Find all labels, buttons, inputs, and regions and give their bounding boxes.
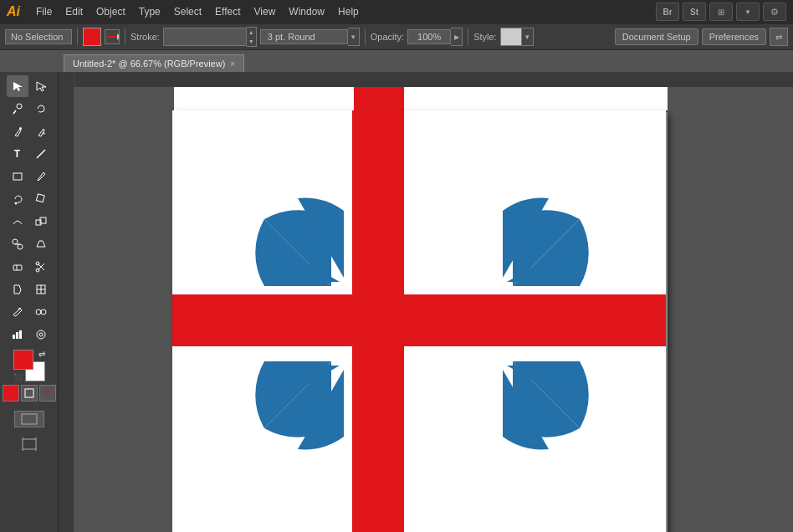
blend-tool[interactable] (30, 301, 52, 323)
canvas-area[interactable] (59, 72, 793, 532)
screen-mode-button[interactable] (14, 411, 44, 427)
foreground-color-swatch[interactable] (13, 350, 33, 370)
menu-select[interactable]: Select (168, 3, 207, 20)
up-arrow-icon[interactable]: ▲ (247, 28, 256, 37)
eraser-icon (12, 261, 23, 273)
left-toolbar: + T (0, 72, 59, 532)
stroke-label: Stroke: (130, 32, 160, 42)
reset-colors-icon[interactable]: ⬛ (13, 373, 23, 381)
pencil-tool[interactable] (30, 166, 52, 187)
preferences-button[interactable]: Preferences (702, 28, 766, 45)
perspective-tool[interactable] (30, 233, 52, 255)
stroke-icon (105, 30, 119, 43)
svg-rect-32 (7, 389, 15, 397)
style-swatch[interactable] (500, 28, 522, 46)
menu-object[interactable]: Object (90, 3, 131, 20)
stroke-color-mode[interactable] (21, 385, 38, 402)
type-tool[interactable]: T (7, 143, 28, 165)
menu-window[interactable]: Window (283, 3, 330, 20)
close-tab-button[interactable]: × (230, 59, 235, 69)
menu-effect[interactable]: Effect (209, 3, 246, 20)
stroke-weight-field[interactable] (163, 28, 247, 46)
symbol-tool[interactable] (30, 324, 52, 345)
menu-help[interactable]: Help (332, 3, 365, 20)
scale-tool[interactable] (30, 211, 52, 233)
down-arrow-icon[interactable]: ▼ (247, 37, 256, 46)
menu-bar: Ai File Edit Object Type Select Effect V… (0, 0, 793, 23)
document-setup-button[interactable]: Document Setup (615, 28, 698, 45)
free-transform-tool[interactable] (7, 233, 28, 255)
arrange-button[interactable]: ⇄ (770, 28, 788, 46)
artboard[interactable] (172, 110, 666, 532)
document-tab[interactable]: Untitled-2* @ 66.67% (RGB/Preview) × (64, 54, 244, 72)
search-button[interactable]: ⚙ (763, 3, 786, 21)
none-mode[interactable]: ∅ (39, 385, 56, 402)
svg-line-6 (37, 150, 45, 158)
svg-text:+: + (42, 130, 46, 137)
magic-wand-tool[interactable] (7, 98, 28, 120)
svg-marker-1 (117, 33, 119, 40)
rectangle-tool[interactable] (7, 166, 28, 187)
tool-row-4: T (7, 143, 52, 165)
stroke-mode-icon (24, 388, 34, 398)
mesh-tool[interactable] (30, 279, 52, 300)
svg-rect-34 (22, 414, 37, 424)
opacity-value[interactable]: 100% (407, 29, 451, 44)
opacity-control: 100% ▶ (407, 28, 463, 46)
symbol-icon (35, 329, 47, 340)
paint-bucket-tool[interactable] (7, 279, 28, 300)
artboard-button[interactable] (18, 433, 40, 455)
svg-point-25 (36, 309, 41, 315)
swap-colors-icon[interactable]: ⇄ (38, 350, 45, 359)
stock-icon: St (690, 8, 698, 17)
menu-edit[interactable]: Edit (59, 3, 89, 20)
eyedropper-icon (12, 306, 23, 318)
fill-mode-icon (6, 388, 16, 398)
direct-selection-tool[interactable] (30, 75, 52, 97)
free-transform-icon (12, 238, 23, 250)
warp-tool[interactable] (7, 211, 28, 233)
stroke-profile-dropdown-arrow[interactable]: ▼ (348, 28, 360, 46)
transform-tool[interactable] (30, 188, 52, 210)
scissors-tool[interactable] (30, 256, 52, 278)
pen-tool[interactable] (7, 120, 28, 142)
graph-tool[interactable] (7, 324, 28, 345)
main-area: + T (0, 72, 793, 532)
bridge-button[interactable]: Br (656, 3, 679, 21)
line-tool[interactable] (30, 143, 52, 165)
eyedropper-tool[interactable] (7, 301, 28, 323)
none-icon: ∅ (44, 389, 51, 397)
workspace-dropdown-button[interactable]: ▼ (736, 3, 760, 21)
tool-row-7 (7, 211, 52, 233)
stroke-profile-value[interactable]: 3 pt. Round (260, 29, 348, 44)
rectangle-tool-icon (12, 171, 23, 182)
menu-right-icons: Br St ⊞ ▼ ⚙ (656, 3, 786, 21)
rotate-tool[interactable] (7, 188, 28, 210)
menu-type[interactable]: Type (133, 3, 166, 20)
menu-file[interactable]: File (30, 3, 58, 20)
tool-row-6 (7, 188, 52, 210)
selection-tool[interactable] (7, 75, 28, 97)
add-anchor-tool[interactable]: + (30, 120, 52, 142)
menu-view[interactable]: View (248, 3, 282, 20)
svg-rect-40 (59, 72, 793, 87)
screen-mode-icon (21, 413, 38, 425)
svg-point-12 (13, 239, 18, 244)
stroke-style-indicator[interactable] (105, 29, 120, 44)
style-dropdown-icon[interactable]: ▼ (522, 28, 534, 46)
stroke-weight-stepper[interactable]: ▲ ▼ (247, 27, 257, 47)
fill-color-mode[interactable] (3, 385, 19, 402)
tool-row-5 (7, 166, 52, 187)
canvas-scroll[interactable] (59, 72, 793, 532)
stock-button[interactable]: St (683, 3, 706, 21)
artwork-svg (172, 110, 666, 532)
divider-1 (77, 28, 78, 45)
lasso-tool[interactable] (30, 98, 52, 120)
tool-row-11 (7, 301, 52, 323)
workspace-button[interactable]: ⊞ (709, 3, 733, 21)
eraser-tool[interactable] (7, 256, 28, 278)
paint-bucket-icon (12, 284, 23, 295)
opacity-label: Opacity: (371, 32, 404, 42)
opacity-arrow-icon[interactable]: ▶ (451, 28, 463, 46)
fill-color-swatch[interactable] (83, 28, 101, 46)
